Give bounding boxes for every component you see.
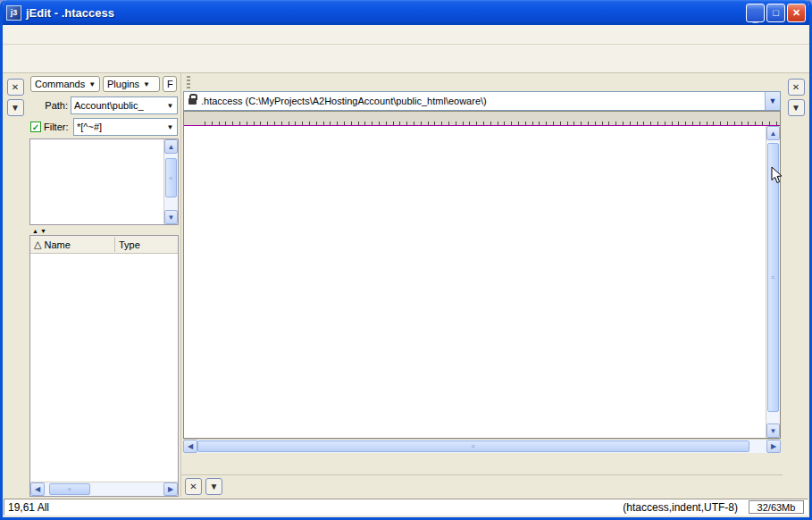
right-dock-strip: ✕ ▼ xyxy=(783,73,809,497)
plugins-button[interactable]: Plugins▼ xyxy=(103,76,160,92)
tree-scrollbar[interactable]: ▲ ≡ ▼ xyxy=(163,139,178,224)
scrollbar-thumb[interactable]: ≡ xyxy=(49,483,89,495)
scroll-up-icon[interactable]: ▲ xyxy=(164,139,178,154)
chevron-down-icon[interactable]: ▼ xyxy=(163,97,177,113)
favorites-button[interactable]: F xyxy=(163,76,177,92)
scroll-left-icon[interactable]: ◀ xyxy=(183,440,197,453)
file-table-hscrollbar[interactable]: ◀ ≡ ▶ xyxy=(30,482,178,496)
title-bar[interactable]: j3 jEdit - .htaccess _ □ ✕ xyxy=(3,0,809,25)
lock-icon xyxy=(188,98,197,105)
drag-handle[interactable] xyxy=(187,76,190,88)
main-content: ✕ ▼ Commands▼ Plugins▼ F Path: Account\p… xyxy=(3,73,809,497)
buffer-switcher[interactable]: .htaccess (C:\MyProjects\A2HostingAccoun… xyxy=(183,91,781,111)
chevron-down-icon[interactable]: ▼ xyxy=(765,92,780,110)
scrollbar-thumb[interactable]: ≡ xyxy=(197,440,749,452)
scroll-down-icon[interactable]: ▼ xyxy=(164,210,178,224)
sort-icon: △ xyxy=(34,239,41,250)
splitter-up-icon: ▲ xyxy=(32,228,38,234)
filter-label: Filter: xyxy=(44,122,71,132)
bottom-dock-row: ✕ ▼ xyxy=(181,475,783,497)
chevron-down-icon: ▼ xyxy=(88,80,96,88)
directory-tree[interactable]: ▲ ≡ ▼ xyxy=(29,138,179,225)
chevron-down-icon[interactable]: ▼ xyxy=(163,119,177,135)
chevron-down-icon: ▼ xyxy=(143,80,150,88)
bottom-dock-collapse-button[interactable]: ▼ xyxy=(205,478,222,495)
commands-button[interactable]: Commands▼ xyxy=(30,76,100,92)
status-bar: 19,61 All (htaccess,indent,UTF-8) 32/63M… xyxy=(3,497,809,517)
close-button[interactable]: ✕ xyxy=(787,4,806,22)
file-table[interactable]: △Name Type ◀ ≡ ▶ xyxy=(29,235,179,497)
left-dock-collapse-button[interactable]: ▼ xyxy=(7,99,24,116)
splitter-down-icon: ▼ xyxy=(40,228,46,234)
jedit-window: j3 jEdit - .htaccess _ □ ✕ ✕ ▼ Commands▼… xyxy=(0,0,812,520)
scroll-down-icon[interactable]: ▼ xyxy=(766,424,780,438)
scroll-left-icon[interactable]: ◀ xyxy=(30,482,45,496)
buffer-tab-row xyxy=(181,453,783,475)
editor-hscrollbar[interactable]: ◀ ≡ ▶ xyxy=(183,439,781,453)
filter-checkbox[interactable]: ✓ xyxy=(30,122,41,132)
ruler-ticks xyxy=(205,122,780,125)
editor-column: .htaccess (C:\MyProjects\A2HostingAccoun… xyxy=(181,73,783,497)
tree-table-splitter[interactable]: ▲▼ xyxy=(28,226,180,235)
window-title: jEdit - .htaccess xyxy=(26,6,744,20)
scroll-right-icon[interactable]: ▶ xyxy=(163,482,178,496)
scroll-up-icon[interactable]: ▲ xyxy=(766,126,780,140)
file-system-browser: Commands▼ Plugins▼ F Path: Account\publi… xyxy=(28,73,181,497)
mouse-cursor xyxy=(771,166,783,184)
path-combo[interactable]: Account\public_ ▼ xyxy=(71,96,178,114)
left-dock-strip: ✕ ▼ xyxy=(3,73,28,497)
minimize-button[interactable]: _ xyxy=(746,4,765,22)
maximize-button[interactable]: □ xyxy=(766,4,785,22)
caret-position: 19,61 All xyxy=(8,501,623,514)
filter-combo[interactable]: *[^~#] ▼ xyxy=(73,118,178,136)
scroll-right-icon[interactable]: ▶ xyxy=(766,440,781,453)
path-label: Path: xyxy=(30,100,68,111)
column-ruler xyxy=(184,112,780,126)
scrollbar-thumb[interactable]: ≡ xyxy=(165,158,177,197)
file-table-header[interactable]: △Name Type xyxy=(30,236,178,254)
toolbar xyxy=(3,45,809,73)
text-area[interactable] xyxy=(184,126,766,438)
shell-tab-row xyxy=(181,73,783,91)
bottom-dock-close-button[interactable]: ✕ xyxy=(185,478,202,495)
jedit-logo-icon: j3 xyxy=(6,5,21,21)
memory-gauge[interactable]: 32/63Mb 32/63Mb xyxy=(749,500,804,514)
right-dock-collapse-button[interactable]: ▼ xyxy=(788,99,805,116)
left-dock-close-button[interactable]: ✕ xyxy=(7,79,24,96)
right-dock-close-button[interactable]: ✕ xyxy=(788,79,805,96)
buffer-info: (htaccess,indent,UTF-8) xyxy=(623,501,738,514)
menu-bar xyxy=(3,25,809,45)
editor-frame: ▲ ≡ ▼ xyxy=(183,111,781,439)
